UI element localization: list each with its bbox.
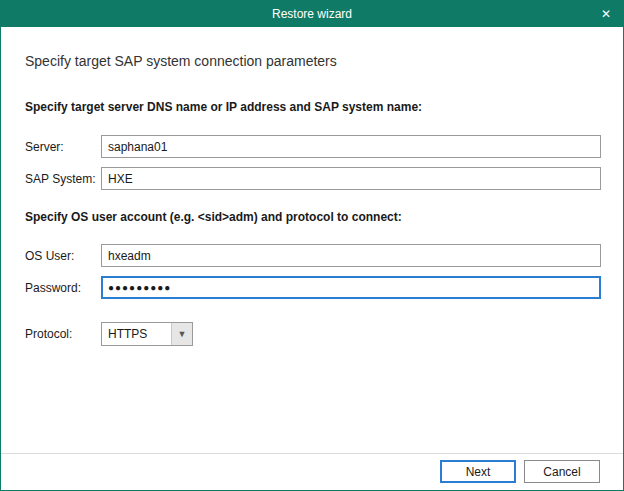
chevron-down-icon[interactable]: ▼	[171, 323, 192, 345]
close-button[interactable]: ✕	[589, 1, 623, 27]
page-title: Specify target SAP system connection par…	[25, 53, 337, 69]
protocol-select[interactable]: HTTPS ▼	[101, 322, 193, 346]
password-input[interactable]	[101, 276, 601, 299]
os-user-input[interactable]	[101, 244, 601, 267]
footer-divider	[1, 453, 623, 454]
protocol-selected-value: HTTPS	[102, 327, 171, 341]
sap-system-input[interactable]	[101, 167, 601, 190]
next-button[interactable]: Next	[440, 460, 516, 483]
cancel-button[interactable]: Cancel	[524, 460, 600, 483]
os-section-label: Specify OS user account (e.g. <sid>adm) …	[25, 210, 402, 224]
sap-system-label: SAP System:	[25, 172, 95, 186]
window-title: Restore wizard	[272, 7, 352, 21]
server-input[interactable]	[101, 135, 601, 158]
server-label: Server:	[25, 140, 64, 154]
password-label: Password:	[25, 281, 81, 295]
titlebar: Restore wizard ✕	[1, 1, 623, 27]
restore-wizard-dialog: Restore wizard ✕ Specify target SAP syst…	[0, 0, 624, 491]
protocol-label: Protocol:	[25, 327, 72, 341]
close-icon: ✕	[601, 7, 611, 21]
server-section-label: Specify target server DNS name or IP add…	[25, 100, 422, 114]
os-user-label: OS User:	[25, 249, 74, 263]
